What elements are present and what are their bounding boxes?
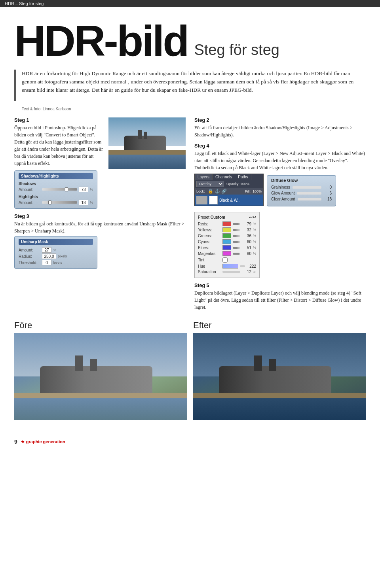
unsharp-amount-label: Amount: (19, 248, 40, 252)
shadows-amount-row: Amount: 73 % (19, 187, 93, 192)
water (108, 153, 186, 169)
tint-checkbox[interactable] (222, 257, 228, 263)
after-block: Efter (193, 320, 366, 420)
highlights-value: 18 (79, 200, 88, 205)
unsharp-radius-row: Radius: 250,0 pixels (19, 253, 93, 259)
chimney-2 (144, 132, 147, 139)
unsharp-radius-label: Radius: (19, 254, 40, 259)
step-5-label: Steg 5 (194, 283, 366, 288)
step-4-text: Lägg till ett Black and White-lager (Lay… (194, 150, 366, 171)
step-5-block: Steg 5 Duplicera bildlagret (Layer > Dup… (194, 283, 366, 311)
hue-value: 222 (247, 264, 256, 268)
shadows-section-label: Shadows (19, 182, 93, 186)
blend-mode-select[interactable]: Overlay (196, 181, 224, 187)
unsharp-threshold-row: Threshold: 0 levels (19, 260, 93, 265)
glow-amount-slider[interactable] (297, 192, 321, 195)
bw-hue-row: Hue 222 (198, 264, 256, 268)
unsharp-panel-title: Unsharp Mask (19, 239, 93, 245)
shadows-panel-title: Shadows/Highlights (19, 173, 93, 179)
title-block: HDR-bild Steg för steg (14, 19, 366, 62)
magentas-value: 80 (242, 251, 251, 256)
step-3-label: Steg 3 (14, 214, 186, 219)
page-footer: 9 ★ graphic generation (0, 436, 380, 447)
magentas-slider[interactable] (233, 253, 240, 255)
ps-tabs: Layers Channels Paths (195, 174, 263, 180)
hue-slider[interactable] (240, 265, 245, 267)
intro-block: HDR är en förkortning för High Dynamic R… (14, 70, 366, 101)
highlights-label: Highlights (19, 195, 93, 199)
bw-saturation-row: Saturation 12 % (198, 270, 256, 274)
highlights-slider[interactable] (42, 201, 77, 204)
before-label: Före (14, 320, 187, 331)
saturation-slider[interactable] (222, 271, 240, 273)
ground (108, 150, 186, 154)
reds-slider[interactable] (233, 223, 240, 225)
clear-amount-slider[interactable] (298, 198, 321, 200)
before-block: Före (14, 320, 187, 420)
page-header: HDR – Steg för steg (0, 0, 380, 7)
unsharp-radius-value: 250,0 (42, 253, 56, 259)
layers-tab[interactable]: Layers (195, 174, 213, 180)
cyans-slider[interactable] (233, 241, 240, 243)
yellows-slider[interactable] (233, 229, 240, 231)
greens-slider[interactable] (233, 235, 240, 237)
bw-icons: ↩↩ (249, 215, 256, 220)
step-3-block: Steg 3 Nu är bilden grå och kontrastlös,… (14, 214, 186, 269)
step-4-text-col: Steg 4 Lägg till ett Black and White-lag… (194, 143, 366, 171)
cyans-label: Cyans: (198, 240, 221, 244)
bw-panel: Preset: Custom ↩↩ Reds: 79 % Yellows: (194, 212, 260, 278)
before-chimney1 (75, 355, 84, 371)
blues-slider[interactable] (233, 247, 240, 249)
left-column: Steg 1 Öppna en bild i Photoshop. Högerk… (14, 117, 186, 316)
graininess-value: 0 (324, 185, 332, 189)
graininess-slider[interactable] (293, 186, 321, 189)
author-line: Text & foto: Linnea Karlsson (22, 107, 366, 111)
step-1-image-row: Steg 1 Öppna en bild i Photoshop. Högerk… (14, 117, 186, 169)
graininess-label: Graininess (271, 185, 290, 189)
ps-layer-row[interactable]: Black & W... (195, 195, 263, 206)
opacity-value: 100% (240, 182, 249, 186)
step-2-label: Steg 2 (194, 117, 366, 123)
page-number: 9 (14, 439, 17, 445)
step-2-block: Steg 2 För att få fram detaljer i bilden… (194, 117, 366, 138)
ps-lock-row: Lock: 🔒 ⚓ 🔗 Fill: 100% (195, 188, 263, 195)
paths-tab[interactable]: Paths (235, 174, 251, 180)
glow-amount-value: 6 (324, 191, 332, 195)
before-ground (14, 393, 187, 398)
layers-panel: Layers Channels Paths Overlay (194, 174, 264, 206)
chimney-1 (138, 130, 142, 139)
diffuse-panel: Diffuse Glow Graininess 0 Glow Amount 6 (267, 175, 336, 206)
saturation-label: Saturation (198, 270, 221, 274)
bw-yellows-row: Yellows: 32 % (198, 227, 256, 232)
shadows-slider[interactable] (42, 188, 77, 191)
step-3-text: Nu är bilden grå och kontrastlös, för at… (14, 220, 186, 234)
magentas-pct: % (253, 251, 256, 255)
magentas-label: Magentas: (198, 251, 221, 256)
cyans-color (222, 239, 231, 244)
bw-title-row: Preset: Custom ↩↩ (198, 215, 256, 220)
layer-mask-thumb (209, 196, 218, 204)
blues-pct: % (253, 246, 256, 250)
channels-tab[interactable]: Channels (213, 174, 235, 180)
shadows-value: 73 (79, 187, 88, 192)
lock-icon: 🔒 (208, 189, 213, 194)
bw-cyans-row: Cyans: 60 % (198, 239, 256, 244)
saturation-value: 12 (242, 270, 251, 274)
yellows-value: 32 (242, 228, 251, 232)
title-sub: Steg för steg (194, 42, 279, 59)
fill-label: Fill: (245, 189, 251, 193)
bw-preset-value: Custom (211, 215, 225, 219)
diffuse-grain-row: Graininess 0 (271, 185, 332, 189)
bw-magentas-row: Magentas: 80 % (198, 251, 256, 256)
highlights-amount-row: Amount: 18 % (19, 200, 93, 205)
layer-label-bw: Black & W... (219, 198, 241, 202)
intro-text: HDR är en förkortning för High Dynamic R… (22, 70, 366, 95)
unsharp-threshold-label: Threshold: (19, 261, 40, 265)
intro-bar (14, 70, 16, 101)
greens-pct: % (253, 234, 256, 238)
step-4-panels: Layers Channels Paths Overlay (194, 174, 366, 210)
unsharp-radius-unit: pixels (58, 254, 67, 258)
blues-value: 51 (242, 246, 251, 250)
step-1-label: Steg 1 (14, 117, 105, 123)
after-chimney1 (254, 355, 262, 371)
